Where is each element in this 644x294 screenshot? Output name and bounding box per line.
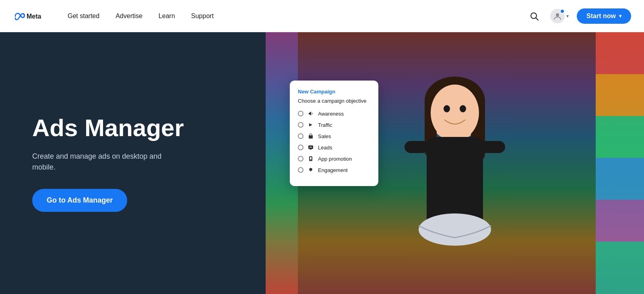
campaign-card-subtitle: Choose a campaign objective [298,98,370,104]
svg-point-22 [310,160,311,161]
hero-title: Ads Manager [32,115,233,141]
nav-right: ▾ Start now ▾ [526,7,631,25]
svg-point-19 [311,147,312,148]
campaign-radio-app-promotion[interactable] [298,156,303,161]
hero-section: Ads Manager Create and manage ads on des… [0,32,644,294]
campaign-label-engagement: Engagement [318,167,348,173]
nav-link-advertise[interactable]: Advertise [109,9,149,23]
svg-line-2 [536,18,539,20]
chevron-down-icon: ▾ [566,13,569,19]
campaign-option-app-promotion[interactable]: App promotion [298,155,370,162]
svg-rect-15 [309,135,313,139]
campaign-label-leads: Leads [318,145,332,151]
svg-rect-21 [310,157,312,159]
campaign-icon-awareness [308,110,314,117]
nav-link-learn[interactable]: Learn [152,9,182,23]
campaign-option-leads[interactable]: Leads [298,144,370,151]
svg-point-9 [444,105,450,112]
nav-link-get-started[interactable]: Get started [61,9,106,23]
campaign-radio-awareness[interactable] [298,111,303,116]
campaign-icon-traffic [308,122,314,128]
campaign-label-awareness: Awareness [318,111,344,117]
svg-rect-12 [405,141,429,153]
svg-text:Meta: Meta [27,13,41,20]
campaign-label-traffic: Traffic [318,122,332,128]
meta-logo[interactable]: Meta [13,10,45,23]
hero-right: New Campaign Choose a campaign objective… [266,32,644,294]
person-silhouette [364,60,545,294]
campaign-icon-app-promotion [308,155,314,162]
nav-links: Get started Advertise Learn Support [61,9,526,23]
start-now-chevron-icon: ▾ [619,13,621,19]
go-to-ads-manager-button[interactable]: Go to Ads Manager [32,189,127,212]
campaign-option-awareness[interactable]: Awareness [298,110,370,117]
svg-point-10 [460,105,466,112]
campaign-option-traffic[interactable]: Traffic [298,122,370,128]
campaign-label-sales: Sales [318,133,331,139]
campaign-card-title: New Campaign [298,89,370,95]
svg-point-14 [419,213,491,246]
campaign-label-app-promotion: App promotion [318,156,352,162]
campaign-radio-engagement[interactable] [298,167,303,173]
campaign-option-engagement[interactable]: Engagement [298,167,370,173]
campaign-icon-sales [308,133,314,139]
hero-left: Ads Manager Create and manage ads on des… [0,32,266,294]
start-now-label: Start now [586,12,616,20]
svg-rect-13 [479,141,505,153]
notification-badge [560,9,565,14]
search-button[interactable] [526,8,542,24]
nav-link-support[interactable]: Support [185,9,220,23]
campaign-radio-sales[interactable] [298,133,303,139]
navbar: Meta Get started Advertise Learn Support… [0,0,644,32]
campaign-radio-leads[interactable] [298,145,303,150]
hero-person-image [354,52,555,294]
avatar [550,9,565,23]
color-strips-decoration [596,32,644,294]
campaign-radio-traffic[interactable] [298,122,303,128]
start-now-button[interactable]: Start now ▾ [577,8,631,24]
campaign-icon-engagement [308,167,314,173]
svg-point-17 [310,147,310,148]
svg-point-18 [310,147,311,148]
campaign-options-list: Awareness Traffic Sales Leads App promot… [298,110,370,173]
hero-subtitle: Create and manage ads on desktop and mob… [32,151,185,173]
campaign-icon-leads [308,144,314,151]
svg-point-8 [431,85,479,141]
campaign-card: New Campaign Choose a campaign objective… [290,81,378,186]
search-icon [529,11,539,21]
svg-point-3 [556,13,559,17]
campaign-option-sales[interactable]: Sales [298,133,370,139]
user-account-button[interactable]: ▾ [549,7,570,25]
